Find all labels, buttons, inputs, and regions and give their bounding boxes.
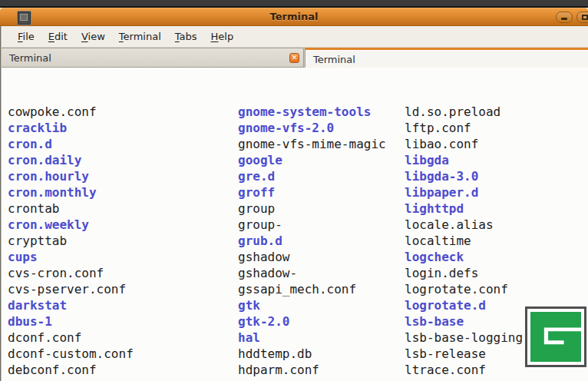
minimize-icon (561, 18, 567, 20)
maximize-button[interactable] (576, 12, 588, 23)
directory-entry: gre.d (238, 168, 405, 184)
directory-entry: gnome-vfs-2.0 (238, 120, 405, 136)
menu-terminal[interactable]: Terminal (112, 28, 168, 45)
tab-label: Terminal (313, 54, 355, 65)
menubar: FileEditViewTerminalTabsHelp (0, 26, 588, 48)
directory-entry: google (238, 152, 405, 168)
file-entry: ld.so.preload (405, 104, 588, 120)
file-entry: lftp.conf (405, 120, 588, 136)
file-entry: logrotate.conf (405, 281, 588, 297)
menu-tabs[interactable]: Tabs (168, 28, 204, 45)
file-entry: gssapi_mech.conf (238, 281, 405, 297)
directory-entry: hal (238, 330, 405, 346)
file-entry: debconf.conf (8, 362, 238, 378)
logo-green-square (530, 312, 581, 362)
file-entry: cvs-pserver.conf (8, 281, 238, 297)
titlebar[interactable]: Terminal (0, 8, 588, 26)
file-entry: crypttab (8, 233, 238, 249)
file-entry: group (238, 200, 405, 217)
menu-help[interactable]: Help (204, 28, 241, 45)
directory-entry: lvm (405, 378, 588, 381)
directory-entry: grub.d (238, 233, 405, 249)
directory-entry: cron.hourly (8, 168, 238, 184)
file-entry: debian_version (8, 378, 238, 381)
file-entry: group- (238, 217, 405, 233)
menu-file[interactable]: File (11, 28, 41, 45)
file-entry: cowpoke.conf (8, 104, 238, 120)
desktop-top-strip (0, 0, 588, 8)
maximize-icon (582, 15, 588, 20)
file-entry: cvs-cron.conf (8, 265, 238, 281)
file-entry: locale.alias (405, 217, 588, 233)
file-entry: gshadow (238, 249, 405, 265)
directory-entry: cups (8, 249, 238, 265)
file-entry: dconf-custom.conf (8, 346, 238, 362)
file-entry: crontab (8, 200, 238, 217)
directory-entry: lighttpd (405, 200, 588, 217)
directory-entry: groff (238, 184, 405, 200)
menu-edit[interactable]: Edit (41, 28, 74, 45)
window-title: Terminal (0, 11, 588, 22)
directory-entry: libgda-3.0 (405, 168, 588, 184)
file-entry: gnome-vfs-mime-magic (238, 136, 405, 152)
file-entry: login.defs (405, 265, 588, 281)
window-border (0, 26, 2, 381)
tab-label: Terminal (9, 52, 51, 64)
directory-entry: gtk (238, 297, 405, 313)
directory-entry: darkstat (8, 297, 238, 313)
directory-entry: gtk-2.0 (238, 313, 405, 330)
directory-entry: cron.d (8, 136, 238, 152)
file-entry: localtime (405, 233, 588, 249)
file-entry: hddtemp.db (238, 346, 405, 362)
directory-entry: libpaper.d (405, 184, 588, 200)
file-listing: cowpoke.confgnome-system-toolsld.so.prel… (8, 104, 588, 381)
tab-terminal-1[interactable]: Terminal ✕ (1, 48, 304, 68)
terminal-output[interactable]: cowpoke.confgnome-system-toolsld.so.prel… (0, 68, 588, 381)
minimize-button[interactable] (556, 12, 573, 23)
menu-view[interactable]: View (74, 28, 112, 45)
directory-entry: cracklib (8, 120, 238, 136)
directory-entry: cron.weekly (8, 217, 238, 233)
directory-entry: cron.monthly (8, 184, 238, 200)
directory-entry: logcheck (405, 249, 588, 265)
tabbar: Terminal ✕ Terminal (0, 48, 588, 68)
close-icon[interactable]: ✕ (289, 53, 299, 63)
green-g-logo (525, 306, 586, 367)
directory-entry: dbus-1 (8, 313, 238, 330)
tab-terminal-2[interactable]: Terminal (305, 48, 588, 68)
file-entry: hdparm.conf (238, 362, 405, 378)
directory-entry: libgda (405, 152, 588, 168)
directory-entry: cron.daily (8, 152, 238, 168)
directory-entry: gnome-system-tools (238, 104, 405, 120)
file-entry: hesiod.conf (238, 378, 405, 381)
file-entry: dconf.conf (8, 330, 238, 346)
screen: { "window": { "title": "Terminal" }, "ic… (0, 0, 588, 381)
file-entry: libao.conf (405, 136, 588, 152)
file-entry: gshadow- (238, 265, 405, 281)
